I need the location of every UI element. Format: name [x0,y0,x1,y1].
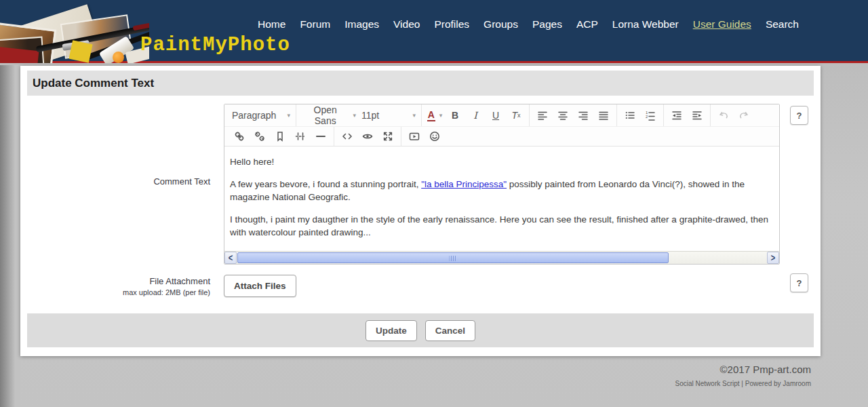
site-logo[interactable]: PaintMyPhoto [140,34,290,56]
indent-button[interactable] [687,106,707,124]
anchor-button[interactable] [270,128,290,145]
nav-item-user-guides[interactable]: User Guides [693,18,751,31]
header-photo-collage [0,0,149,63]
chevron-down-icon: ▾ [287,112,290,119]
chevron-down-icon: ▾ [412,112,416,119]
horizontal-rule-icon [315,131,326,142]
file-attachment-label: File Attachment [20,276,210,286]
scrollbar-track[interactable] [237,252,766,264]
clear-formatting-button[interactable]: Tx [506,106,526,124]
left-shadow [0,65,20,407]
toolbar-separator [710,104,711,126]
nav-item-video[interactable]: Video [393,18,420,31]
rich-text-editor: Paragraph ▾ Open Sans ▾ 11pt ▾ A ▾ B [224,104,780,265]
unlink-icon [254,131,265,142]
code-icon [342,131,353,142]
site-footer: ©2017 Pmp-art.com Social Network Script … [675,364,811,387]
undo-button[interactable] [713,106,734,124]
align-right-button[interactable] [573,106,593,124]
comment-paragraph: A few years bevore, i found a stunning p… [230,178,772,204]
scroll-right-button[interactable]: > [767,252,779,264]
nav-item-profiles[interactable]: Profiles [434,18,469,31]
smiley-icon [429,131,440,142]
bold-button[interactable]: B [445,106,465,124]
emoticons-button[interactable] [425,128,445,145]
redo-button[interactable] [734,106,754,124]
format-value: Paragraph [232,110,276,121]
link-icon [234,131,245,142]
nav-item-pages[interactable]: Pages [532,18,562,31]
comment-paragraph: Hello here! [230,155,772,168]
ordered-list-button[interactable]: 12 [640,106,660,124]
copyright-text: ©2017 Pmp-art.com [675,364,811,375]
indent-icon [692,110,703,121]
attach-files-button[interactable]: Attach Files [224,275,296,297]
nav-item-home[interactable]: Home [258,18,285,31]
form-actions: Update Cancel [27,313,814,347]
insert-link-button[interactable] [229,128,250,145]
insert-media-button[interactable] [404,128,425,145]
nav-item-images[interactable]: Images [344,18,379,31]
file-attachment-hint: max upload: 2MB (per file) [20,288,210,296]
fullscreen-icon [382,131,393,142]
paragraph-format-dropdown[interactable]: Paragraph ▾ [229,106,293,124]
align-justify-icon [598,110,609,121]
bookmark-anchor-icon [275,131,285,142]
text-color-icon: A [427,110,435,121]
unordered-list-icon [625,110,635,121]
principessa-link[interactable]: "la bella Principessa" [421,179,507,189]
site-header: PaintMyPhoto Home Forum Images Video Pro… [0,0,868,63]
font-value: Open Sans [302,104,349,126]
content-panel: Update Comment Text Comment Text Paragra… [20,66,821,356]
media-icon [409,131,420,142]
ordered-list-icon: 12 [645,110,656,121]
underline-button[interactable]: U [486,106,506,124]
editor-toolbar-row2 [224,127,779,147]
fullscreen-button[interactable] [378,128,398,145]
align-right-icon [578,110,589,121]
cancel-button[interactable]: Cancel [425,320,475,341]
update-button[interactable]: Update [366,320,417,341]
chevron-down-icon: ▾ [353,112,356,119]
powered-by-text: Social Network Script | Powered by Jamro… [675,380,811,387]
align-justify-button[interactable] [593,106,614,124]
source-code-button[interactable] [337,128,357,145]
nav-item-acp[interactable]: ACP [576,18,598,31]
remove-link-button[interactable] [250,128,270,145]
text-color-button[interactable]: A ▾ [425,106,445,124]
horizontal-rule-button[interactable] [311,128,331,145]
page-title: Update Comment Text [33,77,154,90]
editor-horizontal-scrollbar[interactable]: < > [224,251,779,264]
align-center-button[interactable] [553,106,573,124]
attachment-help-button[interactable]: ? [790,273,808,292]
nav-item-search[interactable]: Search [766,18,799,31]
editor-content[interactable]: Hello here! A few years bevore, i found … [224,147,779,251]
scrollbar-thumb[interactable] [237,252,669,263]
toolbar-separator [616,104,617,126]
italic-button[interactable]: I [465,106,486,124]
chevron-down-icon: ▾ [439,112,443,119]
page-break-icon [295,131,306,142]
font-size-dropdown[interactable]: 11pt ▾ [359,106,418,124]
main-nav: Home Forum Images Video Profiles Groups … [258,18,799,31]
toolbar-separator [334,127,334,146]
font-family-dropdown[interactable]: Open Sans ▾ [299,106,359,124]
eye-icon [362,131,373,142]
align-left-button[interactable] [532,106,553,124]
nav-item-groups[interactable]: Groups [484,18,518,31]
nav-item-forum[interactable]: Forum [300,18,330,31]
scroll-left-button[interactable]: < [224,252,237,264]
align-center-icon [557,110,568,121]
unordered-list-button[interactable] [620,106,640,124]
page: PaintMyPhoto Home Forum Images Video Pro… [0,0,868,407]
svg-text:2: 2 [646,115,648,119]
scrollbar-grip-icon [449,256,456,261]
preview-button[interactable] [357,128,378,145]
outdent-button[interactable] [667,106,687,124]
comment-paragraph: I thougth, i paint my daugther in the st… [230,213,772,239]
editor-help-button[interactable]: ? [790,106,808,125]
align-left-icon [537,110,548,121]
page-break-button[interactable] [290,128,311,145]
nav-item-user-profile[interactable]: Lorna Webber [612,18,679,31]
toolbar-separator [529,104,530,126]
